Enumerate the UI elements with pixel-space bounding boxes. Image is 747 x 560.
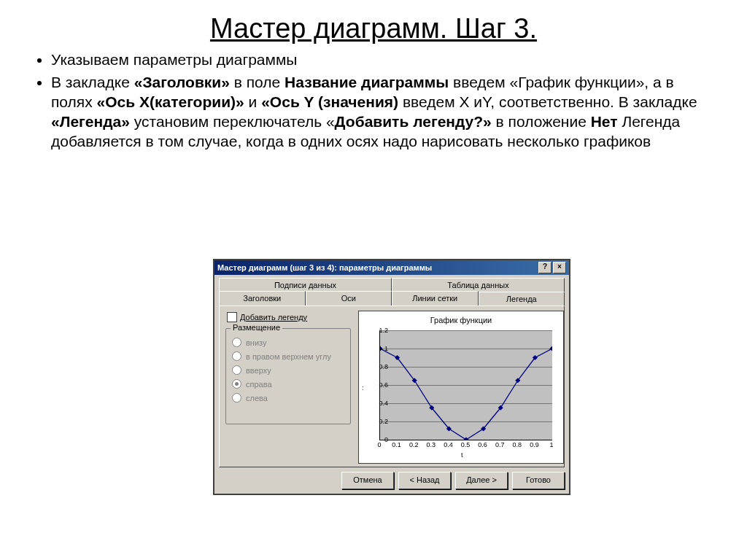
x-tick: 0.2	[409, 441, 419, 448]
y-tick: 0	[384, 436, 388, 443]
x-tick: 0.5	[461, 441, 471, 448]
x-tick: 0.3	[427, 441, 436, 448]
body-text: Указываем параметры диаграммы В закладке…	[51, 50, 713, 151]
close-button[interactable]: ×	[553, 262, 566, 273]
y-tick: 0.6	[379, 381, 388, 389]
tab-legend[interactable]: Легенда	[479, 292, 565, 306]
tab-body: Добавить легенду Размещение внизу в прав…	[219, 306, 565, 467]
cancel-button[interactable]: Отмена	[341, 472, 394, 489]
radio-left[interactable]: слева	[232, 393, 344, 402]
placement-group: Размещение внизу в правом верхнем углу в…	[225, 328, 351, 424]
y-tick: 1.2	[379, 327, 388, 334]
x-tick: 0.6	[478, 441, 487, 448]
radio-bottom[interactable]: внизу	[232, 338, 344, 347]
bullet-1: Указываем параметры диаграммы	[51, 50, 713, 70]
x-tick: 0.4	[444, 441, 453, 448]
titlebar: Мастер диаграмм (шаг 3 из 4): параметры …	[214, 260, 569, 275]
help-button[interactable]: ?	[538, 262, 551, 273]
chart-preview: График функции : t 00.20.40.60.811.200.1…	[358, 311, 564, 464]
chart-wizard-dialog: Мастер диаграмм (шаг 3 из 4): параметры …	[213, 259, 570, 495]
tab-titles[interactable]: Заголовки	[219, 291, 306, 306]
tab-gridlines[interactable]: Линии сетки	[392, 291, 479, 306]
radio-top-right[interactable]: в правом верхнем углу	[232, 351, 344, 361]
checkbox-icon[interactable]	[227, 312, 237, 322]
tab-data-table[interactable]: Таблица данных	[392, 278, 565, 292]
x-tick: 1	[549, 441, 553, 448]
next-button[interactable]: Далее >	[455, 472, 508, 489]
tab-axes[interactable]: Оси	[306, 291, 392, 306]
tab-data-labels[interactable]: Подписи данных	[219, 278, 392, 292]
bullet-2: В закладке «Заголовки» в поле Название д…	[51, 73, 713, 152]
y-tick: 0.2	[379, 418, 388, 425]
finish-button[interactable]: Готово	[512, 472, 565, 489]
radio-top[interactable]: вверху	[232, 365, 344, 375]
dialog-title: Мастер диаграмм (шаг 3 из 4): параметры …	[217, 263, 537, 272]
x-tick: 0.9	[530, 441, 539, 448]
group-title: Размещение	[231, 323, 282, 332]
checkbox-label: Добавить легенду	[240, 313, 307, 322]
x-tick: 0.7	[495, 441, 505, 448]
y-axis-label: :	[362, 384, 364, 392]
back-button[interactable]: < Назад	[398, 472, 451, 489]
checkbox-add-legend[interactable]: Добавить легенду	[227, 312, 307, 322]
radio-right[interactable]: справа	[232, 379, 344, 389]
chart-title: График функции	[359, 311, 563, 324]
plot-area	[379, 330, 552, 440]
slide-title: Мастер диаграмм. Шаг 3.	[0, 13, 747, 44]
y-tick: 0.4	[379, 400, 388, 407]
x-tick: 0	[377, 441, 381, 448]
x-axis-label: t	[461, 451, 463, 459]
x-tick: 0.8	[513, 441, 522, 448]
y-tick: 0.8	[379, 363, 388, 370]
y-tick: 1	[384, 345, 388, 352]
x-tick: 0.1	[392, 441, 401, 448]
